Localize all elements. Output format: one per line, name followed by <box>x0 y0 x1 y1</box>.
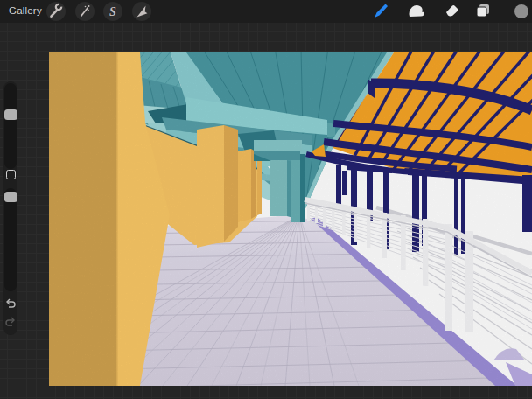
svg-text:S: S <box>109 5 116 18</box>
